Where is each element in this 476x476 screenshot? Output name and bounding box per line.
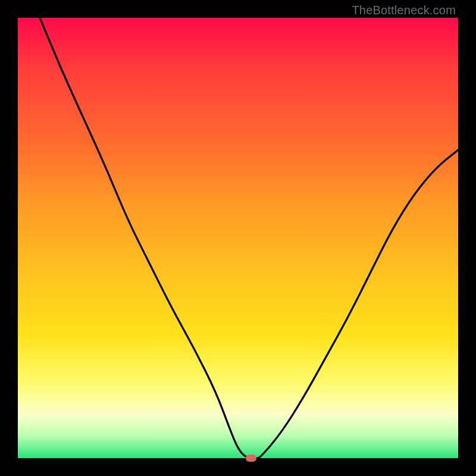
plot-area xyxy=(18,18,458,458)
watermark-text: TheBottleneck.com xyxy=(352,4,456,17)
optimal-marker xyxy=(246,455,256,462)
chart-frame: TheBottleneck.com xyxy=(0,0,476,476)
bottleneck-curve xyxy=(18,18,458,458)
